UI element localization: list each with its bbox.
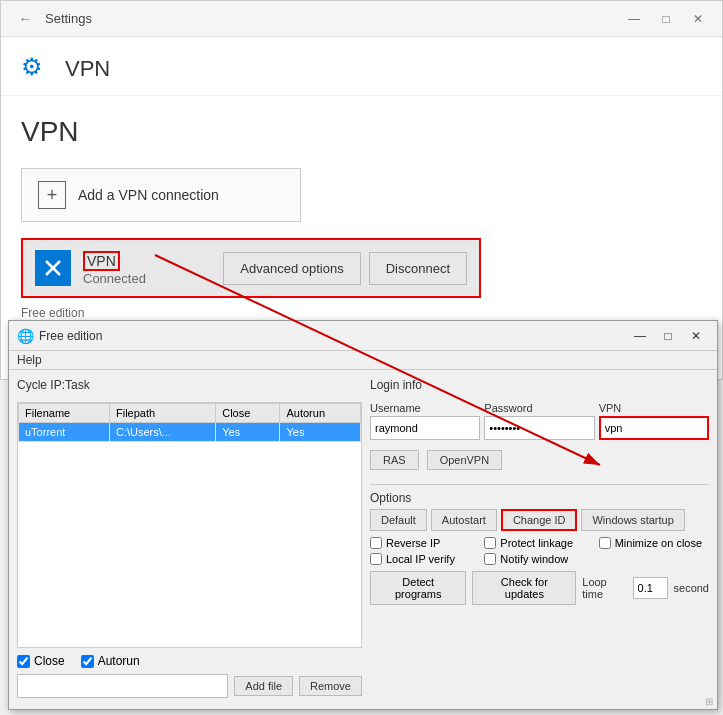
settings-content: VPN + Add a VPN connection VPN Connected… bbox=[1, 96, 722, 340]
vpn-item-info: VPN Connected bbox=[83, 251, 146, 286]
vpn-field: VPN bbox=[599, 402, 709, 440]
close-checkbox-label[interactable]: Close bbox=[17, 654, 65, 668]
loop-time-input[interactable] bbox=[633, 577, 668, 599]
col-filename: Filename bbox=[19, 404, 110, 423]
autorun-checkbox-label[interactable]: Autorun bbox=[81, 654, 140, 668]
protocol-row: RAS OpenVPN bbox=[370, 450, 709, 470]
window-controls: — □ ✕ bbox=[622, 7, 710, 31]
bottom-row: Detect programs Check for updates Loop t… bbox=[370, 571, 709, 605]
change-id-button[interactable]: Change ID bbox=[501, 509, 578, 531]
options-label: Options bbox=[370, 491, 709, 505]
protect-linkage-checkbox[interactable] bbox=[484, 537, 496, 549]
username-label: Username bbox=[370, 402, 480, 414]
vpn-page-title: VPN bbox=[21, 116, 702, 148]
notify-window-checkbox[interactable] bbox=[484, 553, 496, 565]
vpn-actions: Advanced options Disconnect bbox=[223, 252, 467, 285]
loop-time-unit: second bbox=[674, 582, 709, 594]
autorun-checkbox[interactable] bbox=[81, 655, 94, 668]
gear-icon: ⚙ bbox=[21, 53, 53, 85]
free-titlebar: 🌐 Free edition — □ ✕ bbox=[9, 321, 717, 351]
close-checkbox[interactable] bbox=[17, 655, 30, 668]
detect-programs-button[interactable]: Detect programs bbox=[370, 571, 466, 605]
password-input[interactable] bbox=[484, 416, 594, 440]
table-row[interactable]: uTorrent C:\Users\... Yes Yes bbox=[19, 423, 361, 442]
default-button[interactable]: Default bbox=[370, 509, 427, 531]
free-edition-label: Free edition bbox=[21, 306, 702, 320]
vpn-item-status: Connected bbox=[83, 271, 146, 286]
close-button[interactable]: ✕ bbox=[686, 7, 710, 31]
free-close-button[interactable]: ✕ bbox=[683, 325, 709, 347]
maximize-button[interactable]: □ bbox=[654, 7, 678, 31]
checkbox-row: Close Autorun bbox=[17, 654, 362, 668]
windows-startup-button[interactable]: Windows startup bbox=[581, 509, 684, 531]
left-panel: Cycle IP:Task Filename Filepath Close Au… bbox=[17, 378, 362, 698]
checkboxes-grid: Reverse IP Protect linkage Minimize on c… bbox=[370, 537, 709, 565]
settings-titlebar: ← Settings — □ ✕ bbox=[1, 1, 722, 37]
login-info-label: Login info bbox=[370, 378, 709, 392]
cell-filepath: C:\Users\... bbox=[109, 423, 215, 442]
password-label: Password bbox=[484, 402, 594, 414]
free-window-title: Free edition bbox=[39, 329, 621, 343]
protect-linkage-label[interactable]: Protect linkage bbox=[484, 537, 594, 549]
options-section: Options Default Autostart Change ID Wind… bbox=[370, 484, 709, 605]
file-input[interactable] bbox=[17, 674, 228, 698]
username-input[interactable] bbox=[370, 416, 480, 440]
help-menu[interactable]: Help bbox=[9, 351, 717, 370]
free-maximize-button[interactable]: □ bbox=[655, 325, 681, 347]
cell-close: Yes bbox=[216, 423, 280, 442]
settings-header-title: VPN bbox=[65, 56, 110, 82]
minimize-on-close-checkbox[interactable] bbox=[599, 537, 611, 549]
cycle-ip-label: Cycle IP:Task bbox=[17, 378, 362, 392]
advanced-options-button[interactable]: Advanced options bbox=[223, 252, 360, 285]
reverse-ip-label[interactable]: Reverse IP bbox=[370, 537, 480, 549]
openvpn-button[interactable]: OpenVPN bbox=[427, 450, 503, 470]
local-ip-verify-label[interactable]: Local IP verify bbox=[370, 553, 480, 565]
loop-time-label: Loop time bbox=[582, 576, 626, 600]
col-close: Close bbox=[216, 404, 280, 423]
back-button[interactable]: ← bbox=[13, 7, 37, 31]
add-file-button[interactable]: Add file bbox=[234, 676, 293, 696]
settings-header: ⚙ VPN bbox=[1, 37, 722, 96]
options-buttons-row: Default Autostart Change ID Windows star… bbox=[370, 509, 709, 531]
free-win-controls: — □ ✕ bbox=[627, 325, 709, 347]
minimize-button[interactable]: — bbox=[622, 7, 646, 31]
local-ip-verify-checkbox[interactable] bbox=[370, 553, 382, 565]
free-body: Cycle IP:Task Filename Filepath Close Au… bbox=[9, 370, 717, 706]
add-vpn-button[interactable]: + Add a VPN connection bbox=[21, 168, 301, 222]
vpn-item-icon bbox=[35, 250, 71, 286]
vpn-label: VPN bbox=[599, 402, 709, 414]
vpn-item-name: VPN bbox=[83, 251, 120, 271]
plus-icon: + bbox=[38, 181, 66, 209]
cycle-table: Filename Filepath Close Autorun uTorrent… bbox=[17, 402, 362, 648]
file-row: Add file Remove bbox=[17, 674, 362, 698]
password-field: Password bbox=[484, 402, 594, 440]
free-edition-window: 🌐 Free edition — □ ✕ Help Cycle IP:Task … bbox=[8, 320, 718, 710]
vpn-input[interactable] bbox=[599, 416, 709, 440]
notify-window-label[interactable]: Notify window bbox=[484, 553, 594, 565]
remove-button[interactable]: Remove bbox=[299, 676, 362, 696]
username-field: Username bbox=[370, 402, 480, 440]
disconnect-button[interactable]: Disconnect bbox=[369, 252, 467, 285]
right-panel: Login info Username Password VPN RAS Ope… bbox=[370, 378, 709, 698]
add-vpn-label: Add a VPN connection bbox=[78, 187, 219, 203]
resize-handle[interactable]: ⊞ bbox=[705, 696, 713, 707]
autostart-button[interactable]: Autostart bbox=[431, 509, 497, 531]
col-filepath: Filepath bbox=[109, 404, 215, 423]
minimize-on-close-label[interactable]: Minimize on close bbox=[599, 537, 709, 549]
cell-filename: uTorrent bbox=[19, 423, 110, 442]
ras-button[interactable]: RAS bbox=[370, 450, 419, 470]
reverse-ip-checkbox[interactable] bbox=[370, 537, 382, 549]
vpn-list-item: VPN Connected Advanced options Disconnec… bbox=[21, 238, 481, 298]
app-icon: 🌐 bbox=[17, 328, 33, 344]
cell-autorun: Yes bbox=[280, 423, 361, 442]
login-grid: Username Password VPN bbox=[370, 402, 709, 440]
free-minimize-button[interactable]: — bbox=[627, 325, 653, 347]
settings-title-text: Settings bbox=[45, 11, 92, 26]
col-autorun: Autorun bbox=[280, 404, 361, 423]
check-updates-button[interactable]: Check for updates bbox=[472, 571, 576, 605]
